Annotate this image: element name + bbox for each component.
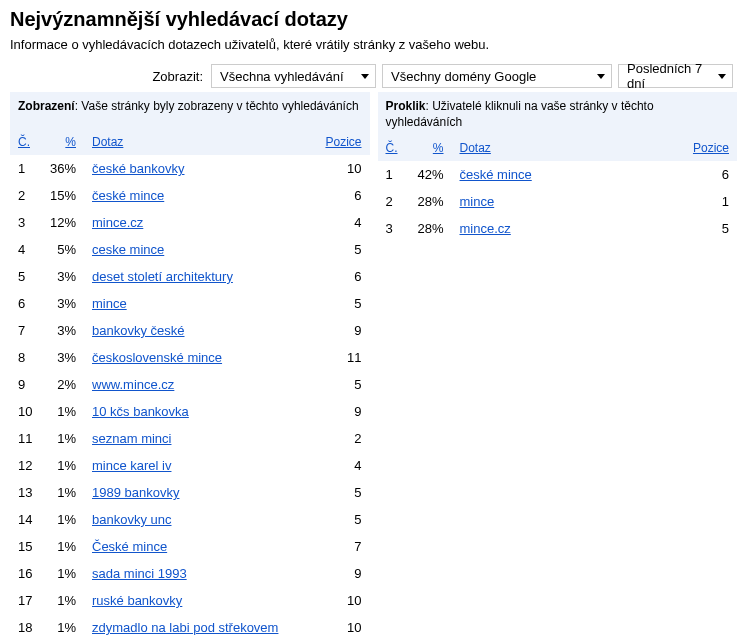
cell-query: www.mince.cz	[84, 371, 315, 398]
cell-pct: 28%	[410, 215, 452, 242]
cell-rank: 16	[10, 560, 42, 587]
cell-query: ceske mince	[84, 236, 315, 263]
cell-rank: 14	[10, 506, 42, 533]
query-link[interactable]: české mince	[460, 167, 532, 182]
cell-pct: 1%	[42, 560, 84, 587]
filter-period[interactable]: Posledních 7 dní	[618, 64, 733, 88]
col-header-position[interactable]: Pozice	[325, 135, 361, 149]
page-subtitle: Informace o vyhledávacích dotazech uživa…	[10, 37, 737, 52]
query-link[interactable]: mince karel iv	[92, 458, 171, 473]
col-header-query[interactable]: Dotaz	[460, 141, 491, 155]
cell-query: České mince	[84, 533, 315, 560]
filter-search-type[interactable]: Všechna vyhledávání	[211, 64, 376, 88]
cell-pct: 15%	[42, 182, 84, 209]
cell-query: ruské bankovky	[84, 587, 315, 614]
table-row: 45%ceske mince5	[10, 236, 370, 263]
cell-position: 4	[315, 209, 370, 236]
cell-pct: 1%	[42, 425, 84, 452]
query-link[interactable]: České mince	[92, 539, 167, 554]
cell-position: 10	[315, 587, 370, 614]
filter-search-type-value: Všechna vyhledávání	[220, 69, 344, 84]
query-link[interactable]: bankovky české	[92, 323, 185, 338]
cell-pct: 1%	[42, 506, 84, 533]
query-link[interactable]: zdymadlo na labi pod střekovem	[92, 620, 278, 635]
cell-position: 7	[315, 533, 370, 560]
caret-down-icon	[361, 74, 369, 79]
clicks-title: Proklik	[386, 99, 426, 113]
table-row: 101%10 kčs bankovka9	[10, 398, 370, 425]
cell-position: 9	[315, 317, 370, 344]
impressions-header: Zobrazení: Vaše stránky byly zobrazeny v…	[10, 92, 370, 130]
cell-pct: 28%	[410, 188, 452, 215]
table-row: 142%české mince6	[378, 161, 738, 188]
cell-pct: 5%	[42, 236, 84, 263]
table-row: 181%zdymadlo na labi pod střekovem10	[10, 614, 370, 635]
cell-query: seznam minci	[84, 425, 315, 452]
table-row: 215%české mince6	[10, 182, 370, 209]
query-link[interactable]: české bankovky	[92, 161, 185, 176]
cell-position: 5	[315, 236, 370, 263]
query-link[interactable]: mince	[92, 296, 127, 311]
cell-position: 4	[315, 452, 370, 479]
filter-bar: Zobrazit: Všechna vyhledávání Všechny do…	[10, 64, 737, 88]
cell-query: deset století architektury	[84, 263, 315, 290]
cell-rank: 5	[10, 263, 42, 290]
cell-position: 5	[315, 479, 370, 506]
cell-rank: 10	[10, 398, 42, 425]
query-link[interactable]: 10 kčs bankovka	[92, 404, 189, 419]
impressions-column: Zobrazení: Vaše stránky byly zobrazeny v…	[10, 92, 370, 635]
cell-position: 5	[315, 290, 370, 317]
cell-rank: 12	[10, 452, 42, 479]
col-header-pct[interactable]: %	[433, 141, 444, 155]
query-link[interactable]: seznam minci	[92, 431, 171, 446]
col-header-rank[interactable]: Č.	[386, 141, 398, 155]
cell-rank: 18	[10, 614, 42, 635]
cell-pct: 3%	[42, 263, 84, 290]
cell-query: české mince	[84, 182, 315, 209]
cell-position: 11	[315, 344, 370, 371]
query-link[interactable]: ceske mince	[92, 242, 164, 257]
table-row: 328%mince.cz5	[378, 215, 738, 242]
clicks-desc: : Uživatelé kliknuli na vaše stránky v t…	[386, 99, 654, 129]
filter-domain[interactable]: Všechny domény Google	[382, 64, 612, 88]
cell-query: mince	[452, 188, 683, 215]
query-link[interactable]: bankovky unc	[92, 512, 172, 527]
query-link[interactable]: mince.cz	[92, 215, 143, 230]
table-row: 151%České mince7	[10, 533, 370, 560]
query-link[interactable]: ruské bankovky	[92, 593, 182, 608]
cell-query: mince.cz	[452, 215, 683, 242]
cell-query: mince	[84, 290, 315, 317]
query-link[interactable]: československé mince	[92, 350, 222, 365]
table-row: 312%mince.cz4	[10, 209, 370, 236]
cell-pct: 42%	[410, 161, 452, 188]
query-link[interactable]: www.mince.cz	[92, 377, 174, 392]
query-link[interactable]: mince	[460, 194, 495, 209]
query-link[interactable]: 1989 bankovky	[92, 485, 179, 500]
clicks-column: Proklik: Uživatelé kliknuli na vaše strá…	[378, 92, 738, 635]
table-row: 171%ruské bankovky10	[10, 587, 370, 614]
query-link[interactable]: deset století architektury	[92, 269, 233, 284]
col-header-query[interactable]: Dotaz	[92, 135, 123, 149]
cell-query: zdymadlo na labi pod střekovem	[84, 614, 315, 635]
cell-query: mince.cz	[84, 209, 315, 236]
cell-pct: 36%	[42, 155, 84, 182]
cell-position: 9	[315, 398, 370, 425]
cell-position: 10	[315, 155, 370, 182]
cell-pct: 1%	[42, 398, 84, 425]
cell-query: české mince	[452, 161, 683, 188]
cell-position: 2	[315, 425, 370, 452]
table-row: 83%československé mince11	[10, 344, 370, 371]
col-header-rank[interactable]: Č.	[18, 135, 30, 149]
table-row: 161%sada minci 19939	[10, 560, 370, 587]
cell-rank: 11	[10, 425, 42, 452]
query-link[interactable]: sada minci 1993	[92, 566, 187, 581]
impressions-title: Zobrazení	[18, 99, 75, 113]
query-link[interactable]: mince.cz	[460, 221, 511, 236]
col-header-pct[interactable]: %	[65, 135, 76, 149]
col-header-position[interactable]: Pozice	[693, 141, 729, 155]
filter-label: Zobrazit:	[152, 69, 203, 84]
table-row: 73%bankovky české9	[10, 317, 370, 344]
query-link[interactable]: české mince	[92, 188, 164, 203]
cell-pct: 3%	[42, 344, 84, 371]
cell-pct: 2%	[42, 371, 84, 398]
